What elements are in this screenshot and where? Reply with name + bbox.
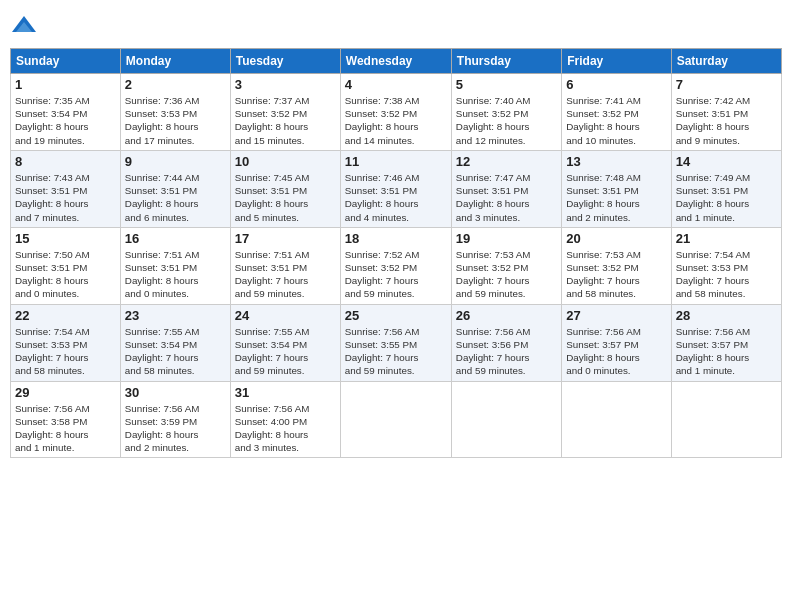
day-number: 19	[456, 231, 557, 246]
day-info: Sunrise: 7:46 AMSunset: 3:51 PMDaylight:…	[345, 171, 447, 224]
day-info: Sunrise: 7:53 AMSunset: 3:52 PMDaylight:…	[456, 248, 557, 301]
day-info: Sunrise: 7:54 AMSunset: 3:53 PMDaylight:…	[15, 325, 116, 378]
header-tuesday: Tuesday	[230, 49, 340, 74]
day-info: Sunrise: 7:56 AMSunset: 3:57 PMDaylight:…	[566, 325, 666, 378]
calendar-cell: 7Sunrise: 7:42 AMSunset: 3:51 PMDaylight…	[671, 74, 781, 151]
calendar-cell: 15Sunrise: 7:50 AMSunset: 3:51 PMDayligh…	[11, 227, 121, 304]
calendar-cell: 24Sunrise: 7:55 AMSunset: 3:54 PMDayligh…	[230, 304, 340, 381]
day-info: Sunrise: 7:49 AMSunset: 3:51 PMDaylight:…	[676, 171, 777, 224]
day-number: 10	[235, 154, 336, 169]
day-info: Sunrise: 7:42 AMSunset: 3:51 PMDaylight:…	[676, 94, 777, 147]
calendar-cell	[562, 381, 671, 458]
day-info: Sunrise: 7:56 AMSunset: 3:57 PMDaylight:…	[676, 325, 777, 378]
week-row-1: 1Sunrise: 7:35 AMSunset: 3:54 PMDaylight…	[11, 74, 782, 151]
logo	[10, 14, 42, 42]
day-number: 9	[125, 154, 226, 169]
day-info: Sunrise: 7:51 AMSunset: 3:51 PMDaylight:…	[125, 248, 226, 301]
day-info: Sunrise: 7:36 AMSunset: 3:53 PMDaylight:…	[125, 94, 226, 147]
day-info: Sunrise: 7:44 AMSunset: 3:51 PMDaylight:…	[125, 171, 226, 224]
day-number: 11	[345, 154, 447, 169]
calendar-cell: 14Sunrise: 7:49 AMSunset: 3:51 PMDayligh…	[671, 150, 781, 227]
day-info: Sunrise: 7:56 AMSunset: 4:00 PMDaylight:…	[235, 402, 336, 455]
day-number: 14	[676, 154, 777, 169]
header-sunday: Sunday	[11, 49, 121, 74]
header-friday: Friday	[562, 49, 671, 74]
day-info: Sunrise: 7:37 AMSunset: 3:52 PMDaylight:…	[235, 94, 336, 147]
calendar-cell	[340, 381, 451, 458]
calendar-cell: 21Sunrise: 7:54 AMSunset: 3:53 PMDayligh…	[671, 227, 781, 304]
header-thursday: Thursday	[451, 49, 561, 74]
day-info: Sunrise: 7:47 AMSunset: 3:51 PMDaylight:…	[456, 171, 557, 224]
calendar-cell: 25Sunrise: 7:56 AMSunset: 3:55 PMDayligh…	[340, 304, 451, 381]
calendar-cell: 30Sunrise: 7:56 AMSunset: 3:59 PMDayligh…	[120, 381, 230, 458]
header-saturday: Saturday	[671, 49, 781, 74]
day-info: Sunrise: 7:55 AMSunset: 3:54 PMDaylight:…	[235, 325, 336, 378]
day-info: Sunrise: 7:50 AMSunset: 3:51 PMDaylight:…	[15, 248, 116, 301]
day-info: Sunrise: 7:56 AMSunset: 3:56 PMDaylight:…	[456, 325, 557, 378]
day-number: 27	[566, 308, 666, 323]
week-row-3: 15Sunrise: 7:50 AMSunset: 3:51 PMDayligh…	[11, 227, 782, 304]
calendar: SundayMondayTuesdayWednesdayThursdayFrid…	[10, 48, 782, 458]
day-number: 13	[566, 154, 666, 169]
day-number: 7	[676, 77, 777, 92]
day-number: 3	[235, 77, 336, 92]
calendar-cell: 28Sunrise: 7:56 AMSunset: 3:57 PMDayligh…	[671, 304, 781, 381]
day-number: 28	[676, 308, 777, 323]
calendar-header-row: SundayMondayTuesdayWednesdayThursdayFrid…	[11, 49, 782, 74]
day-number: 23	[125, 308, 226, 323]
calendar-cell: 3Sunrise: 7:37 AMSunset: 3:52 PMDaylight…	[230, 74, 340, 151]
calendar-cell	[671, 381, 781, 458]
calendar-cell: 1Sunrise: 7:35 AMSunset: 3:54 PMDaylight…	[11, 74, 121, 151]
day-number: 29	[15, 385, 116, 400]
day-number: 5	[456, 77, 557, 92]
day-number: 12	[456, 154, 557, 169]
calendar-cell: 6Sunrise: 7:41 AMSunset: 3:52 PMDaylight…	[562, 74, 671, 151]
day-number: 18	[345, 231, 447, 246]
calendar-cell: 19Sunrise: 7:53 AMSunset: 3:52 PMDayligh…	[451, 227, 561, 304]
calendar-cell: 4Sunrise: 7:38 AMSunset: 3:52 PMDaylight…	[340, 74, 451, 151]
day-info: Sunrise: 7:55 AMSunset: 3:54 PMDaylight:…	[125, 325, 226, 378]
calendar-cell: 27Sunrise: 7:56 AMSunset: 3:57 PMDayligh…	[562, 304, 671, 381]
calendar-cell: 9Sunrise: 7:44 AMSunset: 3:51 PMDaylight…	[120, 150, 230, 227]
header-wednesday: Wednesday	[340, 49, 451, 74]
day-info: Sunrise: 7:52 AMSunset: 3:52 PMDaylight:…	[345, 248, 447, 301]
day-number: 26	[456, 308, 557, 323]
day-number: 4	[345, 77, 447, 92]
day-info: Sunrise: 7:56 AMSunset: 3:55 PMDaylight:…	[345, 325, 447, 378]
week-row-5: 29Sunrise: 7:56 AMSunset: 3:58 PMDayligh…	[11, 381, 782, 458]
week-row-2: 8Sunrise: 7:43 AMSunset: 3:51 PMDaylight…	[11, 150, 782, 227]
calendar-cell: 10Sunrise: 7:45 AMSunset: 3:51 PMDayligh…	[230, 150, 340, 227]
calendar-cell: 29Sunrise: 7:56 AMSunset: 3:58 PMDayligh…	[11, 381, 121, 458]
day-info: Sunrise: 7:43 AMSunset: 3:51 PMDaylight:…	[15, 171, 116, 224]
day-info: Sunrise: 7:51 AMSunset: 3:51 PMDaylight:…	[235, 248, 336, 301]
day-info: Sunrise: 7:40 AMSunset: 3:52 PMDaylight:…	[456, 94, 557, 147]
day-info: Sunrise: 7:53 AMSunset: 3:52 PMDaylight:…	[566, 248, 666, 301]
day-number: 1	[15, 77, 116, 92]
day-number: 21	[676, 231, 777, 246]
day-number: 31	[235, 385, 336, 400]
day-number: 6	[566, 77, 666, 92]
day-number: 25	[345, 308, 447, 323]
day-info: Sunrise: 7:41 AMSunset: 3:52 PMDaylight:…	[566, 94, 666, 147]
calendar-cell: 5Sunrise: 7:40 AMSunset: 3:52 PMDaylight…	[451, 74, 561, 151]
calendar-cell: 2Sunrise: 7:36 AMSunset: 3:53 PMDaylight…	[120, 74, 230, 151]
day-info: Sunrise: 7:54 AMSunset: 3:53 PMDaylight:…	[676, 248, 777, 301]
day-number: 8	[15, 154, 116, 169]
calendar-cell: 11Sunrise: 7:46 AMSunset: 3:51 PMDayligh…	[340, 150, 451, 227]
day-info: Sunrise: 7:35 AMSunset: 3:54 PMDaylight:…	[15, 94, 116, 147]
day-info: Sunrise: 7:56 AMSunset: 3:58 PMDaylight:…	[15, 402, 116, 455]
logo-icon	[10, 14, 38, 42]
day-number: 16	[125, 231, 226, 246]
calendar-cell: 16Sunrise: 7:51 AMSunset: 3:51 PMDayligh…	[120, 227, 230, 304]
calendar-cell: 8Sunrise: 7:43 AMSunset: 3:51 PMDaylight…	[11, 150, 121, 227]
calendar-cell: 22Sunrise: 7:54 AMSunset: 3:53 PMDayligh…	[11, 304, 121, 381]
header	[10, 10, 782, 42]
calendar-cell: 20Sunrise: 7:53 AMSunset: 3:52 PMDayligh…	[562, 227, 671, 304]
calendar-cell: 31Sunrise: 7:56 AMSunset: 4:00 PMDayligh…	[230, 381, 340, 458]
day-info: Sunrise: 7:45 AMSunset: 3:51 PMDaylight:…	[235, 171, 336, 224]
calendar-cell	[451, 381, 561, 458]
calendar-cell: 23Sunrise: 7:55 AMSunset: 3:54 PMDayligh…	[120, 304, 230, 381]
day-info: Sunrise: 7:48 AMSunset: 3:51 PMDaylight:…	[566, 171, 666, 224]
day-number: 22	[15, 308, 116, 323]
calendar-cell: 12Sunrise: 7:47 AMSunset: 3:51 PMDayligh…	[451, 150, 561, 227]
